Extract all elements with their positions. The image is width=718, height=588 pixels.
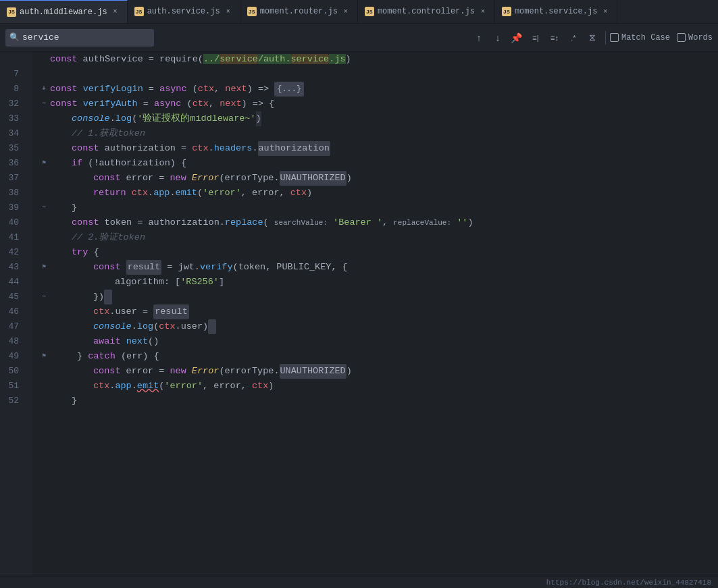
tab-label-moment-controller: moment.controller.js: [378, 7, 475, 16]
line-num-52: 52: [0, 394, 24, 408]
fold-col-43[interactable]: ⚑: [38, 260, 50, 275]
fold-col-45[interactable]: −: [38, 290, 50, 304]
code-line-41: // 2.验证token: [38, 230, 718, 245]
search-input-wrap: 🔍: [5, 29, 154, 47]
status-url: https://blog.csdn.net/weixin_44827418: [546, 579, 711, 587]
search-actions: ↑ ↓ 📌 ≡| ≡↕ .* ⧖ Match Case Words: [470, 29, 713, 47]
tab-icon-js: JS: [7, 7, 16, 17]
fold-col-39[interactable]: −: [38, 201, 50, 215]
code-content: const authService = require(../service/a…: [32, 52, 718, 576]
line-numbers: 7 8 32 33 34 35 36 37 38 39 40 41 42 43 …: [0, 52, 32, 576]
code-line-42: try {: [38, 245, 718, 260]
line-num-36: 36: [0, 156, 24, 171]
code-line-38: return ctx.app.emit('error', error, ctx): [38, 186, 718, 201]
code-line-8: + const verifyLogin = async (ctx, next) …: [38, 82, 718, 97]
code-line-51: ctx.app.emit('error', error, ctx): [38, 379, 718, 394]
tab-bar: JS auth.middleware.js × JS auth.service.…: [0, 0, 718, 24]
find-options-button[interactable]: ≡↕: [546, 29, 563, 47]
filter-button[interactable]: ⧖: [584, 29, 601, 47]
line-num-39: 39: [0, 201, 24, 215]
tab-close-moment-service[interactable]: ×: [600, 7, 610, 16]
tab-close-auth-middleware[interactable]: ×: [111, 7, 120, 17]
code-line-40: const token = authorization.replace( sea…: [38, 215, 718, 230]
code-line-49: ⚑ } catch (err) {: [38, 349, 718, 364]
code-line-50: const error = new Error(errorType.UNAUTH…: [38, 364, 718, 379]
match-case-label: Match Case: [621, 33, 670, 43]
line-num-8: 8: [0, 82, 24, 97]
tab-auth-service[interactable]: JS auth.service.js ×: [128, 0, 240, 24]
tab-icon-js5: JS: [502, 7, 511, 16]
fold-col-49[interactable]: ⚑: [38, 349, 50, 364]
line-num-50: 50: [0, 364, 24, 379]
code-line-35: const authorization = ctx.headers.author…: [38, 141, 718, 156]
tab-moment-router[interactable]: JS moment.router.js ×: [240, 0, 358, 24]
code-line-48: await next(): [38, 334, 718, 349]
line-num-43: 43: [0, 260, 24, 275]
code-line-43: ⚑ const result = jwt.verify(token, PUBLI…: [38, 260, 718, 275]
search-icon: 🔍: [9, 32, 20, 43]
line-num-7: 7: [0, 67, 24, 82]
code-line-37: const error = new Error(errorType.UNAUTH…: [38, 171, 718, 186]
tab-moment-service[interactable]: JS moment.service.js ×: [495, 0, 617, 24]
tab-icon-js2: JS: [134, 7, 144, 16]
match-case-checkbox[interactable]: [610, 33, 619, 42]
tab-label-moment-router: moment.router.js: [260, 7, 338, 16]
line-num-37: 37: [0, 171, 24, 186]
code-line-52: }: [38, 394, 718, 408]
tab-close-moment-controller[interactable]: ×: [478, 7, 488, 16]
line-num-35: 35: [0, 141, 24, 156]
code-line-45: − }): [38, 290, 718, 304]
search-separator: [605, 31, 606, 45]
fold-col-32[interactable]: −: [38, 97, 50, 111]
words-label: Words: [688, 33, 713, 43]
code-line-46: ctx.user = result: [38, 304, 718, 319]
folded-block-8[interactable]: {...}: [274, 82, 304, 97]
search-bar: 🔍 ↑ ↓ 📌 ≡| ≡↕ .* ⧖ Match Case Words: [0, 24, 718, 52]
code-line-36: ⚑ if (!authorization) {: [38, 156, 718, 171]
line-num-38: 38: [0, 186, 24, 201]
code-line-47: console.log(ctx.user): [38, 319, 718, 334]
tab-icon-js3: JS: [247, 7, 257, 16]
search-input[interactable]: [22, 32, 130, 43]
line-num-41: 41: [0, 230, 24, 245]
find-in-selection-button[interactable]: ≡|: [527, 29, 544, 47]
line-num-44: 44: [0, 275, 24, 290]
match-case-option[interactable]: Match Case: [610, 33, 670, 43]
tab-close-auth-service[interactable]: ×: [224, 7, 233, 16]
line-num-blank1: [0, 52, 24, 67]
line-num-32: 32: [0, 97, 24, 111]
find-regex-button[interactable]: .*: [565, 29, 582, 47]
fold-col-36[interactable]: ⚑: [38, 156, 50, 171]
line-num-45: 45: [0, 290, 24, 304]
words-option[interactable]: Words: [677, 33, 713, 43]
tab-label-auth-middleware: auth.middleware.js: [20, 7, 107, 17]
line-num-46: 46: [0, 304, 24, 319]
code-line-44: algorithm: ['RS256']: [38, 275, 718, 290]
line-num-51: 51: [0, 379, 24, 394]
tab-icon-js4: JS: [365, 7, 374, 16]
pin-button[interactable]: 📌: [508, 29, 525, 47]
tab-label-moment-service: moment.service.js: [515, 7, 597, 16]
code-line-32: − const verifyAuth = async (ctx, next) =…: [38, 97, 718, 111]
fold-col-8[interactable]: +: [38, 82, 50, 97]
code-area: 7 8 32 33 34 35 36 37 38 39 40 41 42 43 …: [0, 52, 718, 576]
nav-down-button[interactable]: ↓: [489, 29, 507, 47]
tab-auth-middleware[interactable]: JS auth.middleware.js ×: [0, 0, 128, 24]
line-num-48: 48: [0, 334, 24, 349]
tab-close-moment-router[interactable]: ×: [341, 7, 351, 16]
line-num-34: 34: [0, 126, 24, 141]
code-line-33: console.log('验证授权的middleware~'): [38, 111, 718, 126]
tab-label-auth-service: auth.service.js: [147, 7, 220, 16]
tab-moment-controller[interactable]: JS moment.controller.js ×: [358, 0, 495, 24]
status-bar: https://blog.csdn.net/weixin_44827418: [0, 576, 718, 588]
line-num-40: 40: [0, 215, 24, 230]
code-line-34: // 1.获取token: [38, 126, 718, 141]
code-line-6: const authService = require(../service/a…: [38, 52, 718, 67]
line-num-42: 42: [0, 245, 24, 260]
line-num-33: 33: [0, 111, 24, 126]
nav-up-button[interactable]: ↑: [470, 29, 488, 47]
code-line-7: [38, 67, 718, 82]
code-line-39: − }: [38, 201, 718, 215]
words-checkbox[interactable]: [677, 33, 686, 42]
line-num-47: 47: [0, 319, 24, 334]
